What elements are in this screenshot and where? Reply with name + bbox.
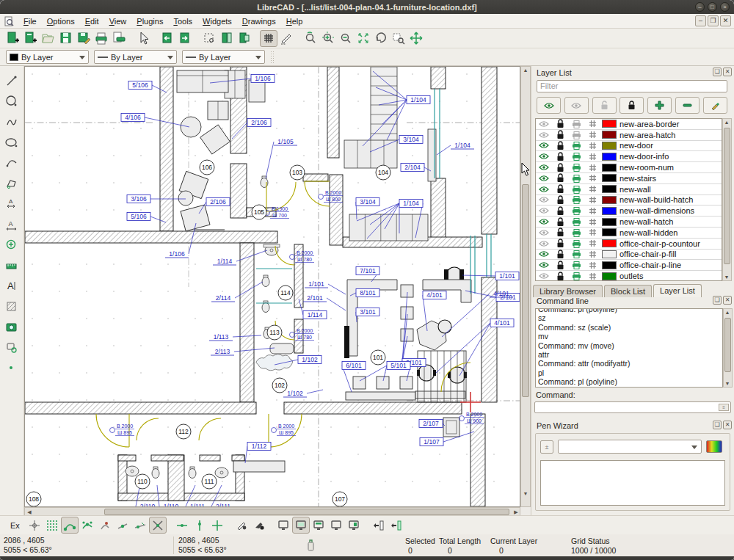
construction-icon[interactable] [584,218,600,226]
layer-color-swatch[interactable] [602,142,617,150]
lock-icon[interactable] [552,152,568,161]
window-maximize-button[interactable]: □ [708,2,717,12]
layer-list[interactable]: new-area-bordernew-area-hatchnew-doornew… [535,118,722,281]
title-bar[interactable]: LibreCAD - [...list/list-004-plan-04.1-f… [0,0,734,14]
lock-icon[interactable] [552,173,568,183]
construction-icon[interactable] [584,207,600,215]
tool-text-button[interactable]: A [3,277,21,295]
workspace-4-button[interactable] [327,517,345,534]
menu-view[interactable]: View [104,15,132,27]
dock-close-button[interactable]: ✕ [723,296,732,305]
layer-visible-icon[interactable] [536,229,552,236]
toggle-right-dock-button[interactable] [387,517,404,534]
mdi-minimize-button[interactable]: – [695,15,706,26]
save-as-button[interactable] [75,30,92,47]
layer-row[interactable]: new-wall-hatch [536,217,722,228]
command-history-scrollbar[interactable]: ▲ ▼ [723,308,733,388]
construction-icon[interactable] [584,164,600,172]
lock-icon[interactable] [552,239,568,248]
snap-center-button[interactable] [96,517,114,534]
construction-icon[interactable] [584,196,600,204]
mdi-close-button[interactable]: ✕ [720,15,731,26]
workspace-1-button[interactable] [275,517,292,534]
snap-middle-button[interactable] [114,517,131,534]
lock-icon[interactable] [552,130,568,139]
lock-icon[interactable] [552,141,568,150]
zoom-in-button[interactable] [319,30,337,47]
printer-icon[interactable] [568,185,584,194]
tool-curve-button[interactable] [3,113,21,131]
draft-mode-button[interactable] [277,30,295,47]
lock-icon[interactable] [552,195,568,205]
pen-wizard-toggle[interactable]: ± [540,440,553,454]
layer-visible-icon[interactable] [536,120,552,128]
menu-file[interactable]: File [18,15,42,27]
open-template-button[interactable] [22,30,40,47]
add-layer-button[interactable] [647,97,672,114]
layer-color-swatch[interactable] [602,228,617,236]
workspace-3-button[interactable] [310,517,327,534]
pointer-button[interactable] [134,30,152,47]
dock-float-button[interactable]: ❏ [713,68,722,76]
printer-icon[interactable] [568,206,584,215]
layer-color-swatch[interactable] [602,185,617,193]
canvas-vertical-scrollbar[interactable]: ▲ ▼ [520,66,531,507]
free-snap-button[interactable] [26,517,43,534]
pen-wizard-list[interactable] [540,460,725,506]
construction-icon[interactable] [584,250,600,258]
grid-toggle-button[interactable] [260,30,277,47]
lock-icon[interactable] [552,250,568,259]
lock-icon[interactable] [552,272,568,281]
layer-color-swatch[interactable] [602,218,617,226]
hide-all-layers-button[interactable] [564,97,589,114]
construction-icon[interactable] [584,185,600,193]
layer-row[interactable]: new-wall [536,184,722,195]
lock-relative-zero-button[interactable] [250,517,268,534]
snap-endpoints-button[interactable] [61,517,79,534]
layer-list-scrollbar[interactable]: ▲ ▼ [722,118,732,281]
layer-color-swatch[interactable] [602,261,617,269]
layer-row[interactable]: new-stairs [536,173,722,184]
layer-row[interactable]: new-door-info [536,151,722,162]
layer-color-swatch[interactable] [602,250,617,258]
dock-close-button[interactable]: ✕ [723,421,732,429]
layer-visible-icon[interactable] [536,261,552,269]
open-button[interactable] [40,30,57,47]
snap-intersection-button[interactable] [149,517,167,534]
layer-row[interactable]: new-door [536,141,722,152]
layer-visible-icon[interactable] [536,218,552,225]
printer-icon[interactable] [568,120,584,128]
layer-color-swatch[interactable] [602,207,617,215]
tool-circle-plus-button[interactable] [3,236,21,254]
tool-point-button[interactable] [3,360,21,377]
menu-drawings[interactable]: Drawings [237,15,281,27]
zoom-window-button[interactable] [390,30,407,47]
dock-float-button[interactable]: ❏ [713,296,722,305]
printer-icon[interactable] [568,174,584,183]
workspace-2-button[interactable] [292,517,310,534]
printer-icon[interactable] [568,272,584,280]
layer-row[interactable]: outlets [536,271,722,281]
layer-color-swatch[interactable] [602,120,617,128]
selection-window-button[interactable] [200,30,218,47]
construction-icon[interactable] [584,142,600,150]
snap-on-entity-button[interactable] [79,517,96,534]
layer-row[interactable]: office-chair-p-line [536,260,722,271]
printer-icon[interactable] [568,261,584,269]
printer-icon[interactable] [568,131,584,139]
show-all-layers-button[interactable] [537,97,561,114]
printer-icon[interactable] [568,195,584,204]
zoom-out-button[interactable] [337,30,355,47]
window-minimize-button[interactable]: – [695,2,705,12]
dock-close-button[interactable]: ✕ [723,68,732,76]
window-close-button[interactable]: × [720,2,730,12]
layer-row[interactable]: office-chair-p-fill [536,250,722,261]
construction-icon[interactable] [584,120,600,128]
construction-icon[interactable] [584,239,600,247]
layer-visible-icon[interactable] [536,207,552,214]
command-options-button[interactable]: ≡ [719,404,729,411]
lock-all-layers-button[interactable] [619,97,644,114]
remove-layer-button[interactable] [675,97,700,114]
print-preview-button[interactable] [110,30,128,47]
construction-icon[interactable] [584,228,600,236]
